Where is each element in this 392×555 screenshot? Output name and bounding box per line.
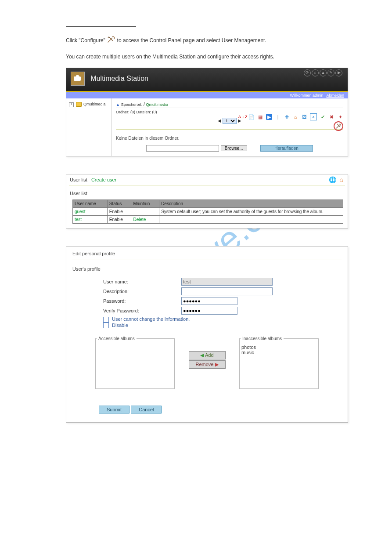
thin-rule (116, 129, 343, 130)
upload-button[interactable]: Heraufladen (260, 145, 313, 152)
inaccessible-legend: Inaccessible albums (241, 336, 284, 341)
userlist-heading: User list (66, 185, 348, 199)
breadcrumb-path[interactable]: Qmultimedia (146, 102, 169, 107)
empty-message: Keine Dateien in diesem Ordner. (116, 136, 343, 141)
cell-status: Enable (107, 208, 131, 216)
play-icon[interactable]: ▶ (266, 114, 272, 120)
intro-text-1a: Click "Configure" (66, 37, 107, 44)
col-description: Description (159, 200, 343, 208)
refresh-icon[interactable]: ⟳ (304, 69, 311, 76)
folder-icon (76, 102, 82, 107)
screenshot-edit-profile: Edit personal profile User's profile Use… (66, 246, 348, 423)
next-icon[interactable]: ▶ (335, 69, 342, 76)
tab-user-list[interactable]: User list (70, 177, 87, 182)
users-profile-heading: User's profile (72, 266, 342, 272)
tree-root-label[interactable]: Qmultimedia (83, 102, 106, 106)
arrow-right-icon: ▶ (215, 362, 219, 367)
section-rule (66, 26, 136, 27)
cell-user-link[interactable]: test (73, 216, 108, 224)
checkbox-icon[interactable] (103, 323, 109, 328)
accessible-albums: Accessible albums (95, 336, 175, 389)
doc-arrow-icon[interactable]: 📄 (248, 114, 255, 120)
label-username: User name: (103, 279, 178, 284)
cancel-button[interactable]: Cancel (131, 406, 162, 414)
upload-row: Browse... Heraufladen (116, 145, 343, 152)
check-icon[interactable]: ✔ (320, 114, 326, 120)
list-item[interactable]: music (241, 350, 316, 355)
up-icon[interactable]: ▲ (320, 69, 327, 76)
grid-icon[interactable]: ▦ (257, 114, 263, 120)
password-input[interactable] (181, 297, 237, 305)
breadcrumb: ▲ Speicherort: / Qmultimedia (116, 101, 343, 108)
table-row: test Enable Delete (73, 216, 343, 224)
star-icon[interactable]: ✦ (337, 114, 343, 120)
userlist-tabs: User list Create user 🌐 ⌂ (66, 174, 348, 185)
toolbar-icons: A→Z 📄 ▦ ▶ | ✚ ⌂ 🖼 A ✔ ✖ ✦ (240, 113, 343, 120)
app-title: Multimedia Station (90, 75, 148, 82)
tools-icon (107, 36, 115, 46)
remove-button[interactable]: Remove ▶ (189, 360, 226, 369)
tab-create-user[interactable]: Create user (91, 177, 116, 182)
welcome-user: admin (313, 93, 324, 98)
user-table: User name Status Maintain Description gu… (72, 200, 343, 224)
file-path-input[interactable] (146, 145, 219, 152)
up-arrow-icon[interactable]: ▲ (116, 102, 120, 107)
edit-profile-title: Edit personal profile (72, 251, 342, 256)
cell-delete-link[interactable]: Delete (131, 216, 159, 224)
cell-user-link[interactable]: guest (73, 208, 108, 216)
add-button[interactable]: ◀ Add (189, 351, 226, 359)
inaccessible-list[interactable]: photos music (241, 344, 317, 388)
welcome-label: Willkommen (290, 93, 313, 98)
tree-expand-icon[interactable]: + (69, 102, 74, 107)
settings-icon[interactable]: ✎ (327, 69, 334, 76)
description-input[interactable] (181, 287, 273, 295)
check-disable[interactable]: Disable (103, 323, 342, 329)
pager-select[interactable]: 1 (223, 118, 237, 124)
home-orange-icon[interactable]: ⌂ (340, 176, 343, 183)
cell-description: System default user; you can set the aut… (159, 208, 343, 216)
screenshot-multimedia-station: Multimedia Station ⟳ ⌂ ▲ ✎ ▶ Willkommen … (66, 68, 348, 156)
folder-tree: + Qmultimedia (66, 98, 111, 156)
col-username: User name (73, 200, 108, 208)
col-maintain: Maintain (131, 200, 159, 208)
window-buttons: ⟳ ⌂ ▲ ✎ ▶ (304, 69, 342, 76)
camera-icon (71, 72, 85, 86)
submit-button[interactable]: Submit (99, 406, 129, 414)
pager-prev-icon[interactable]: ◀ (218, 118, 221, 123)
check-cannot-change[interactable]: User cannot change the information. (103, 316, 342, 323)
table-header-row: User name Status Maintain Description (73, 200, 343, 208)
intro-para-1: Click "Configure" to access the Control … (66, 36, 348, 46)
screenshot-user-list: User list Create user 🌐 ⌂ User list User… (66, 174, 348, 229)
add-icon[interactable]: ✚ (284, 114, 290, 120)
sort-az-icon[interactable]: A→Z (240, 114, 246, 120)
col-status: Status (107, 200, 131, 208)
label-description: Description: (103, 289, 178, 294)
cell-maintain: --- (131, 208, 159, 216)
label-verify: Verify Password: (103, 308, 178, 313)
inaccessible-albums: Inaccessible albums photos music (239, 336, 319, 389)
globe-icon[interactable]: 🌐 (329, 176, 336, 183)
label-password: Password: (103, 298, 178, 304)
home-icon[interactable]: ⌂ (312, 69, 319, 76)
username-input (181, 278, 273, 286)
breadcrumb-label: Speicherort: (121, 102, 143, 107)
home-small-icon[interactable]: ⌂ (292, 114, 298, 120)
status-bar: Willkommen admin | Abmelden (66, 92, 348, 98)
config-highlight[interactable] (334, 121, 343, 131)
delete-icon[interactable]: ✖ (328, 114, 334, 120)
logout-link[interactable]: Abmelden (326, 93, 344, 98)
intro-para-2: You can create multiple users on the Mul… (66, 53, 348, 61)
verify-password-input[interactable] (181, 307, 237, 315)
checkbox-icon[interactable] (103, 317, 109, 323)
thin-rule-3 (72, 260, 342, 260)
list-item[interactable]: photos (241, 345, 316, 350)
text-icon[interactable]: A (310, 113, 317, 120)
separator: | (275, 114, 281, 120)
arrow-left-icon: ◀ (200, 352, 204, 358)
accessible-list[interactable] (97, 344, 173, 388)
cell-status: Enable (107, 216, 131, 224)
image-icon[interactable]: 🖼 (301, 114, 307, 120)
cell-description (159, 216, 343, 224)
accessible-legend: Accessible albums (97, 336, 137, 341)
browse-button[interactable]: Browse... (221, 145, 247, 151)
